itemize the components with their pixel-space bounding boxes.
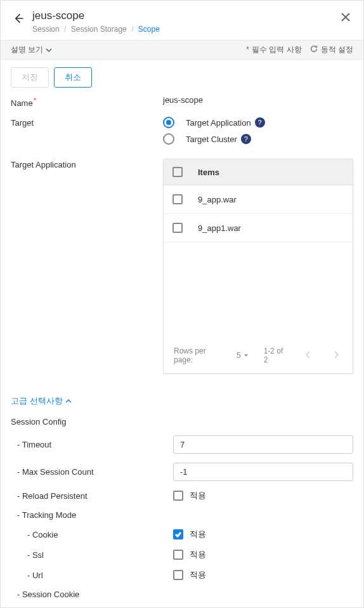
back-button[interactable] <box>11 11 26 26</box>
items-header-label: Items <box>198 168 219 177</box>
page-title: jeus-scope <box>32 10 338 22</box>
form: Name* jeus-scope Target Target Applicati… <box>1 95 363 374</box>
save-button: 저장 <box>11 67 49 88</box>
apply-label: 적용 <box>190 549 206 560</box>
field-cookie: - Cookie 적용 <box>11 529 353 540</box>
cookie-checkbox[interactable] <box>173 529 183 539</box>
radio-target-application[interactable]: Target Application ? <box>163 117 353 128</box>
row-label: 9_app.war <box>198 195 237 204</box>
field-session-cookie: - Session Cookie <box>11 590 353 599</box>
apply-label: 적용 <box>190 529 206 540</box>
panel: jeus-scope Session / Session Storage / S… <box>0 0 364 608</box>
cookie-label: - Cookie <box>11 530 173 539</box>
field-max-session-count: - Max Session Count <box>11 463 353 481</box>
max-session-label: - Max Session Count <box>11 467 173 477</box>
field-name: Name* jeus-scope <box>11 95 353 108</box>
chevron-down-icon <box>244 353 249 358</box>
session-config-section: Session Config - Timeout - Max Session C… <box>1 417 363 599</box>
breadcrumb-sep: / <box>64 25 66 34</box>
refresh-icon <box>309 44 318 55</box>
help-icon[interactable]: ? <box>241 134 251 144</box>
rows-per-page-select[interactable]: 5 <box>237 351 249 360</box>
breadcrumb-sep: / <box>131 25 133 34</box>
timeout-input[interactable] <box>173 435 353 454</box>
target-options: Target Application ? Target Cluster ? <box>163 117 353 150</box>
asterisk-icon: * <box>246 45 249 54</box>
timeout-label: - Timeout <box>11 440 173 449</box>
row-label: 9_app1.war <box>198 223 241 233</box>
target-app-label: Target Application <box>11 159 163 169</box>
rows-per-page-label: Rows per page: <box>174 347 221 364</box>
field-tracking-mode: - Tracking Mode <box>11 510 353 520</box>
breadcrumb-item[interactable]: Session <box>32 25 60 34</box>
table-header: Items <box>164 159 353 185</box>
cancel-button[interactable]: 취소 <box>54 67 92 88</box>
chevron-up-icon <box>65 398 72 404</box>
radio-icon <box>163 117 174 128</box>
radio-target-cluster[interactable]: Target Cluster ? <box>163 133 353 145</box>
header: jeus-scope Session / Session Storage / S… <box>1 1 363 40</box>
dynamic-setting: 동적 설정 <box>309 44 353 55</box>
advanced-toggle[interactable]: 고급 선택사항 <box>1 383 363 417</box>
apply-label: 적용 <box>190 569 206 581</box>
section-title: Session Config <box>11 417 353 426</box>
table-footer: Rows per page: 5 1-2 of 2 <box>164 338 353 373</box>
advanced-toggle-label: 고급 선택사항 <box>11 395 63 407</box>
table-row[interactable]: 9_app.war <box>164 185 353 214</box>
table-row[interactable]: 9_app1.war <box>164 214 353 242</box>
field-target: Target Target Application ? Target Clust… <box>11 117 353 150</box>
max-session-input[interactable] <box>173 463 353 481</box>
field-timeout: - Timeout <box>11 435 353 454</box>
required-indicator: *필수 입력 사항 <box>246 44 301 55</box>
session-cookie-label: - Session Cookie <box>11 590 173 599</box>
radio-label: Target Cluster ? <box>186 134 251 144</box>
ssl-label: - Ssl <box>11 550 173 560</box>
chevron-down-icon <box>46 47 52 53</box>
pagination-range: 1-2 of 2 <box>264 347 287 364</box>
required-star-icon: * <box>34 96 36 104</box>
close-button[interactable] <box>338 10 353 25</box>
url-checkbox[interactable] <box>173 570 183 580</box>
field-reload-persistent: - Reload Persistent 적용 <box>11 490 353 501</box>
breadcrumb-item[interactable]: Session Storage <box>71 25 127 34</box>
action-buttons: 저장 취소 <box>1 60 363 95</box>
radio-label: Target Application ? <box>186 117 265 128</box>
tracking-mode-label: - Tracking Mode <box>11 510 173 520</box>
name-label: Name* <box>11 95 163 108</box>
header-titles: jeus-scope Session / Session Storage / S… <box>32 10 338 34</box>
name-value: jeus-scope <box>163 95 353 105</box>
select-all-checkbox[interactable] <box>172 167 183 177</box>
target-app-table: Items 9_app.war 9_app1.war Rows per page… <box>163 159 353 374</box>
table-empty <box>164 242 353 338</box>
required-label: 필수 입력 사항 <box>252 45 302 54</box>
description-toggle[interactable]: 설명 보기 <box>11 44 52 55</box>
radio-icon <box>163 133 174 145</box>
field-target-application: Target Application Items 9_app.war 9_app… <box>11 159 353 374</box>
prev-page-button <box>302 351 315 360</box>
description-toggle-label: 설명 보기 <box>11 44 43 55</box>
ssl-checkbox[interactable] <box>173 550 183 560</box>
row-checkbox[interactable] <box>172 194 183 204</box>
field-url: - Url 적용 <box>11 569 353 581</box>
next-page-button <box>330 351 342 360</box>
toolbar-right: *필수 입력 사항 동적 설정 <box>246 44 353 55</box>
target-label: Target <box>11 117 163 128</box>
reload-persistent-checkbox[interactable] <box>173 491 183 501</box>
items-table: Items 9_app.war 9_app1.war Rows per page… <box>163 159 353 374</box>
toolbar: 설명 보기 *필수 입력 사항 동적 설정 <box>1 40 363 60</box>
breadcrumb: Session / Session Storage / Scope <box>32 25 338 34</box>
dynamic-label: 동적 설정 <box>321 44 353 55</box>
breadcrumb-current: Scope <box>138 25 160 34</box>
help-icon[interactable]: ? <box>255 117 265 128</box>
url-label: - Url <box>11 571 173 580</box>
apply-label: 적용 <box>190 490 206 501</box>
field-ssl: - Ssl 적용 <box>11 549 353 560</box>
reload-persistent-label: - Reload Persistent <box>11 491 173 501</box>
row-checkbox[interactable] <box>172 223 183 233</box>
